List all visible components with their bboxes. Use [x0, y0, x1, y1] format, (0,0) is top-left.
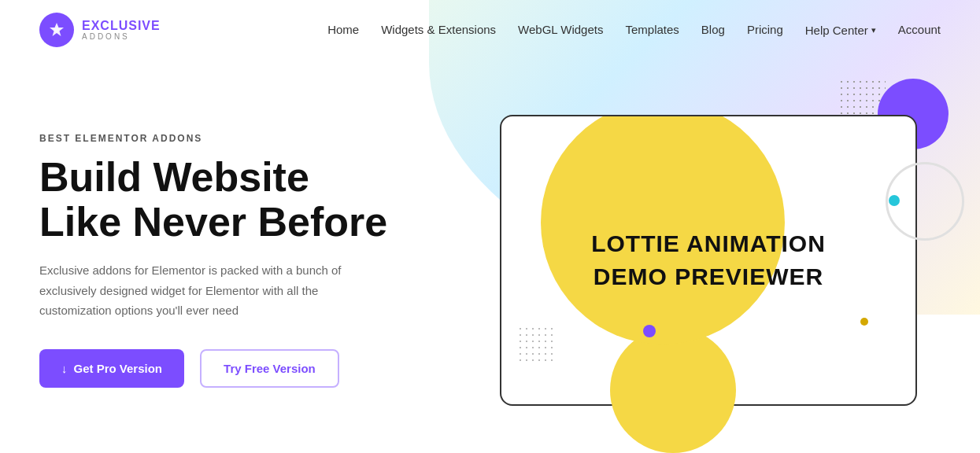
nav-link-pricing[interactable]: Pricing — [747, 23, 783, 36]
nav-link-help[interactable]: Help Center ▾ — [805, 24, 876, 37]
demo-line1: LOTTIE ANIMATION — [591, 230, 826, 257]
nav-link-widgets[interactable]: Widgets & Extensions — [381, 23, 496, 36]
hero-title: Build Website Like Never Before — [39, 155, 387, 245]
nav-link-blog[interactable]: Blog — [701, 23, 725, 36]
chevron-down-icon: ▾ — [871, 25, 876, 35]
nav-item-templates[interactable]: Templates — [625, 23, 679, 37]
nav-links: Home Widgets & Extensions WebGL Widgets … — [327, 23, 941, 37]
hero-left: BEST ELEMENTOR ADDONS Build Website Like… — [39, 133, 387, 388]
decorative-dot-gold — [860, 318, 868, 326]
hero-title-line2: Like Never Before — [39, 199, 387, 245]
navbar: EXCLUSIVE ADDONS Home Widgets & Extensio… — [0, 0, 980, 60]
nav-link-account[interactable]: Account — [898, 23, 941, 36]
logo[interactable]: EXCLUSIVE ADDONS — [39, 13, 161, 47]
nav-item-widgets[interactable]: Widgets & Extensions — [381, 23, 496, 37]
hero-subtitle: BEST ELEMENTOR ADDONS — [39, 133, 387, 144]
decorative-dot-teal — [889, 195, 900, 206]
logo-sub: ADDONS — [82, 32, 161, 41]
nav-item-pricing[interactable]: Pricing — [747, 23, 783, 37]
decorative-yellow-circle-bottom — [610, 327, 736, 453]
decorative-dots-grid — [517, 326, 557, 365]
logo-text: EXCLUSIVE ADDONS — [82, 19, 161, 42]
logo-brand: EXCLUSIVE — [82, 19, 161, 33]
hero-buttons: ↓ Get Pro Version Try Free Version — [39, 349, 387, 388]
demo-line2: DEMO PREVIEWER — [591, 263, 826, 290]
hero-title-line1: Build Website — [39, 154, 309, 200]
nav-item-help[interactable]: Help Center ▾ — [805, 24, 876, 37]
decorative-dot-purple — [643, 325, 656, 337]
download-icon: ↓ — [61, 362, 68, 375]
hero-right: LOTTIE ANIMATION DEMO PREVIEWER — [500, 115, 941, 406]
hero-description: Exclusive addons for Elementor is packed… — [39, 260, 378, 321]
get-pro-button[interactable]: ↓ Get Pro Version — [39, 349, 184, 388]
nav-link-templates[interactable]: Templates — [625, 23, 679, 36]
logo-icon — [39, 13, 74, 47]
nav-item-webgl[interactable]: WebGL Widgets — [518, 23, 603, 37]
demo-yellow-circle — [541, 115, 785, 344]
demo-text-overlay: LOTTIE ANIMATION DEMO PREVIEWER — [591, 230, 826, 290]
main-content: BEST ELEMENTOR ADDONS Build Website Like… — [0, 60, 980, 453]
nav-link-webgl[interactable]: WebGL Widgets — [518, 23, 603, 36]
nav-item-blog[interactable]: Blog — [701, 23, 725, 37]
nav-item-home[interactable]: Home — [327, 23, 359, 37]
nav-link-home[interactable]: Home — [327, 23, 359, 36]
try-free-button[interactable]: Try Free Version — [200, 349, 339, 388]
nav-item-account[interactable]: Account — [898, 23, 941, 37]
